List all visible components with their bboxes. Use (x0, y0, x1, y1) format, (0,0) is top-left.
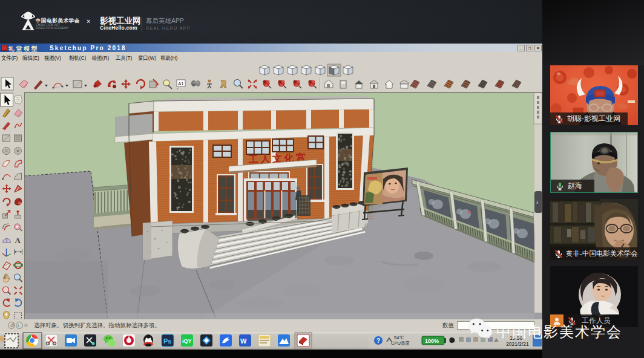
svg-text:i: i (18, 323, 19, 328)
svg-text:↺: ↺ (10, 323, 15, 328)
svg-text:iQY: iQY (182, 338, 192, 344)
svg-text:?: ? (376, 337, 380, 344)
svg-text:2021/2/21: 2021/2/21 (506, 341, 529, 347)
svg-text:54℃: 54℃ (394, 335, 404, 340)
svg-text:CPU温度: CPU温度 (391, 340, 410, 346)
svg-text:100%: 100% (425, 338, 439, 344)
svg-text:Ps: Ps (163, 337, 171, 345)
svg-text:W: W (240, 337, 247, 345)
svg-text:A1: A1 (178, 81, 184, 86)
svg-text:A: A (15, 236, 21, 245)
svg-text:›: › (536, 199, 538, 206)
